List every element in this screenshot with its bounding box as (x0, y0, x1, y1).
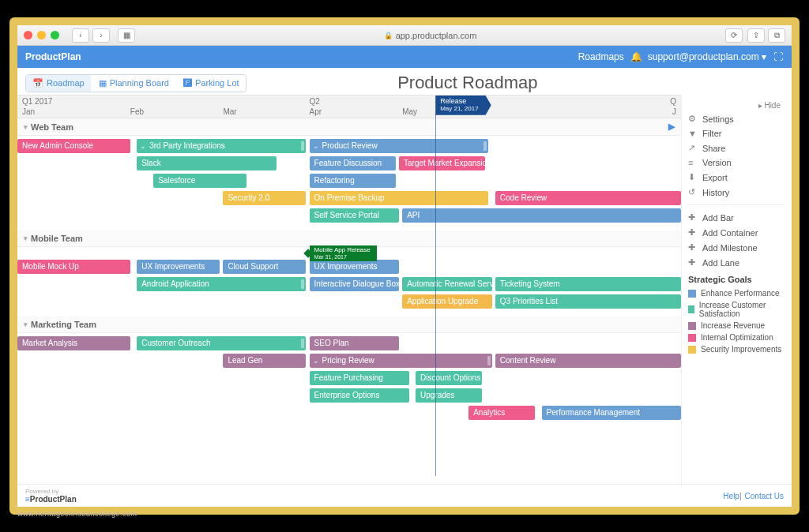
bar-refactoring[interactable]: Refactoring (310, 174, 396, 188)
sidebar-item-history[interactable]: ↺History (688, 185, 785, 200)
footer-brand: ProductPlan (30, 495, 77, 504)
milestone-mobile-release[interactable]: Mobile App Release Mar 31, 2017 (310, 245, 377, 261)
bar-mobile-mock-up[interactable]: Mobile Mock Up (17, 260, 130, 274)
bar-label: New Admin Console (22, 141, 93, 150)
strategic-goals-heading: Strategic Goals (688, 275, 785, 284)
sidebar-toggle-button[interactable]: ▦ (118, 28, 135, 43)
bar-pricing-review[interactable]: Pricing Review (310, 354, 492, 368)
bar-customer-outreach[interactable]: Customer Outreach (137, 336, 306, 350)
lane-header-mobile[interactable]: ▾Mobile Team (17, 230, 681, 247)
bar-salesforce[interactable]: Salesforce (153, 174, 246, 188)
sidebar-item-version[interactable]: ≡Version (688, 155, 785, 170)
resize-handle[interactable] (484, 141, 487, 151)
back-button[interactable]: ‹ (72, 28, 89, 43)
legend-enhance-performance[interactable]: Enhance Performance (688, 287, 785, 299)
sidebar-label: Add Container (702, 228, 758, 238)
chevron-down-icon: ▾ (24, 234, 28, 242)
legend-customer-satisfaction[interactable]: Increase Customer Satisfaction (688, 299, 785, 320)
bar-code-review[interactable]: Code Review (495, 191, 681, 205)
bar-self-service-portal[interactable]: Self Service Portal (310, 208, 399, 223)
sidebar-label: Settings (702, 114, 734, 124)
sidebar-item-add-lane[interactable]: ✚Add Lane (688, 255, 785, 270)
bell-icon[interactable]: 🔔 (630, 51, 642, 62)
bar-feature-purchasing[interactable]: Feature Purchasing (310, 371, 409, 385)
sidebar-item-settings[interactable]: ⚙Settings (688, 111, 785, 126)
help-link[interactable]: Help (723, 492, 739, 500)
maximize-window-icon[interactable] (51, 31, 59, 39)
tabs-button[interactable]: ⧉ (768, 28, 785, 43)
resize-handle[interactable] (487, 356, 491, 365)
lane-title: Marketing Team (31, 320, 96, 329)
hide-label: Hide (764, 101, 781, 110)
bar-lead-gen[interactable]: Lead Gen (223, 354, 306, 368)
resize-handle[interactable] (301, 141, 304, 151)
bar-cloud-support[interactable]: Cloud Support (223, 260, 306, 274)
bar-automatic-renewal-service[interactable]: Automatic Renewal Service (402, 277, 491, 291)
powered-by-label: Powered by (25, 488, 77, 495)
bar-api[interactable]: API (402, 208, 681, 223)
bar-q3-priorities-list[interactable]: Q3 Priorities List (495, 294, 681, 309)
user-menu[interactable]: support@productplan.com ▾ (648, 51, 766, 62)
bar-ux-improvements[interactable]: UX Improvements (137, 260, 220, 274)
browser-nav: ‹ › (72, 28, 110, 43)
sidebar-item-add-milestone[interactable]: ✚Add Milestone (688, 240, 785, 255)
legend-security-improvements[interactable]: Security Improvements (688, 343, 785, 355)
bar-product-review[interactable]: Product Review (310, 139, 489, 153)
share-browser-button[interactable]: ⇪ (747, 28, 765, 43)
legend-internal-optimization[interactable]: Internal Optimization (688, 332, 785, 343)
bar-security-20[interactable]: Security 2.0 (223, 191, 306, 205)
bar-on-premise-backup[interactable]: On Premise Backup (310, 191, 489, 205)
bar-enterprise-options[interactable]: Enterprise Options (310, 388, 409, 403)
bar-feature-discussion[interactable]: Feature Discussion (310, 156, 396, 170)
lane-body-marketing: Market Analysis Customer Outreach SEO Pl… (17, 333, 681, 428)
lane-header-web[interactable]: ▾Web Team▶ (17, 118, 681, 136)
forward-button[interactable]: › (92, 28, 110, 43)
milestone-date: Mar 31, 2017 (314, 254, 371, 260)
bar-discount-options[interactable]: Discount Options (416, 371, 482, 385)
bar-android-application[interactable]: Android Application (137, 277, 306, 291)
release-date: May 21, 2017 (440, 106, 478, 113)
bar-upgrades[interactable]: Upgrades (416, 388, 482, 403)
expand-icon[interactable]: ⛶ (773, 51, 784, 62)
contact-link[interactable]: Contact Us (745, 492, 784, 500)
bar-application-upgrade[interactable]: Application Upgrade (402, 294, 491, 309)
chevron-down-icon: ▾ (24, 320, 28, 328)
minimize-window-icon[interactable] (37, 31, 46, 39)
bar-content-review[interactable]: Content Review (495, 354, 681, 368)
resize-handle[interactable] (301, 279, 304, 289)
roadmaps-link[interactable]: Roadmaps (578, 51, 624, 62)
reload-button[interactable]: ⟳ (725, 28, 743, 43)
bar-target-market-expansion[interactable]: Target Market Expansion (399, 156, 485, 170)
sidebar-item-add-bar[interactable]: ✚Add Bar (688, 210, 785, 225)
legend-increase-revenue[interactable]: Increase Revenue (688, 320, 785, 332)
bar-label: Android Application (141, 279, 209, 288)
bar-label: Lead Gen (228, 356, 262, 365)
address-bar[interactable]: 🔒 app.productplan.com (282, 31, 578, 40)
lane-header-marketing[interactable]: ▾Marketing Team (17, 317, 681, 333)
bar-ticketing-system[interactable]: Ticketing System (495, 277, 681, 291)
bar-performance-management[interactable]: Performance Management (542, 406, 681, 420)
sidebar-item-filter[interactable]: ▼Filter (688, 126, 785, 140)
lane-title: Mobile Team (31, 234, 83, 243)
bar-third-party-integrations[interactable]: 3rd Party Integrations (137, 139, 306, 153)
bar-seo-plan[interactable]: SEO Plan (310, 336, 399, 350)
bar-interactive-dialogue-box[interactable]: Interactive Dialogue Box (310, 277, 399, 291)
app-brand[interactable]: ProductPlan (25, 51, 81, 62)
export-icon: ⬇ (688, 172, 698, 182)
sidebar-item-share[interactable]: ↗Share (688, 140, 785, 155)
tab-roadmap[interactable]: 📅Roadmap (26, 75, 91, 92)
bar-market-analysis[interactable]: Market Analysis (17, 336, 130, 350)
timeline-main: − + Q1 2017 Q2 Q Jan Feb Mar Apr May J R… (17, 95, 681, 484)
release-marker[interactable]: Release May 21, 2017 (435, 96, 491, 115)
bar-new-admin-console[interactable]: New Admin Console (17, 139, 130, 153)
close-window-icon[interactable] (24, 31, 32, 39)
bar-slack[interactable]: Slack (137, 156, 276, 170)
hide-sidebar-link[interactable]: ▸ Hide (758, 101, 781, 110)
legend-swatch (688, 322, 696, 330)
resize-handle[interactable] (301, 339, 304, 348)
bar-label: Feature Purchasing (314, 373, 383, 382)
bar-analytics[interactable]: Analytics (468, 406, 535, 420)
sidebar-item-export[interactable]: ⬇Export (688, 170, 785, 185)
sidebar-item-add-container[interactable]: ✚Add Container (688, 225, 785, 240)
bar-ux-improvements-2[interactable]: UX Improvements (310, 260, 399, 274)
